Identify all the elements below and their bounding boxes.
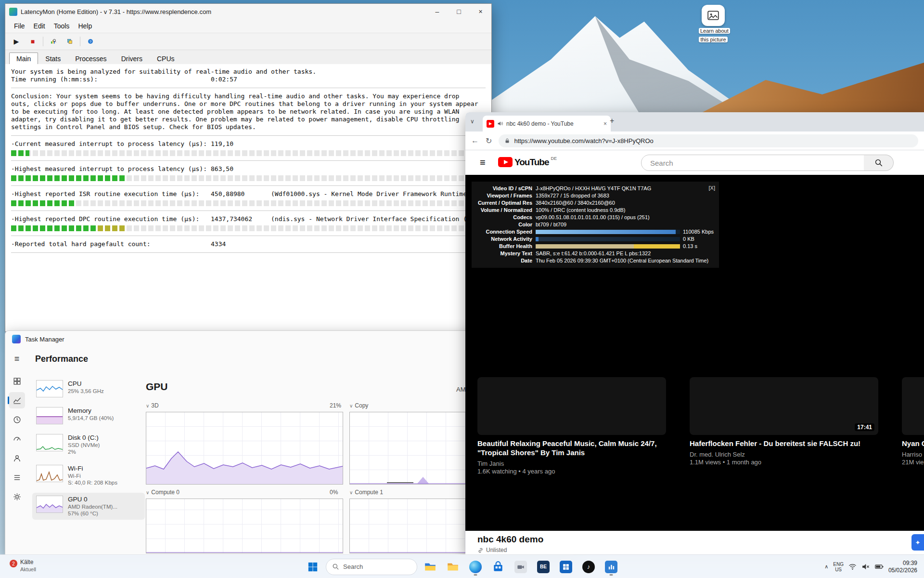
chart-compute1-label[interactable]: ∨Compute 1 [349, 489, 383, 496]
tab-cpus[interactable]: CPUs [150, 53, 182, 65]
video-thumbnail[interactable] [902, 377, 924, 435]
tab-main[interactable]: Main [9, 53, 38, 65]
close-button[interactable]: × [470, 4, 491, 19]
back-button[interactable]: ← [471, 136, 479, 145]
nav-startup-apps-icon[interactable] [9, 431, 25, 447]
analyze-chart-button[interactable] [47, 36, 60, 47]
latencymon-window-title: LatencyMon (Home Edition) - v 7.31 - htt… [21, 8, 426, 15]
video-thumbnail[interactable]: 17:41 [690, 377, 878, 435]
maximize-button[interactable]: □ [448, 4, 470, 19]
taskbar-app-folder[interactable] [443, 557, 462, 577]
help-button[interactable]: ? [84, 36, 97, 47]
separator [11, 236, 486, 236]
suggested-video-card[interactable]: Nyan C Harriso 21M vie [902, 377, 924, 466]
learn-about-picture-widget[interactable]: Learn about this picture [699, 5, 728, 43]
taskbar-app-edge[interactable] [466, 557, 485, 577]
refresh-button[interactable]: ↻ [486, 136, 492, 145]
nav-app-history-icon[interactable] [9, 411, 25, 428]
new-tab-button[interactable]: + [610, 117, 614, 125]
taskbar-app-music[interactable]: ♪ [579, 557, 598, 577]
taskbar-app-be[interactable]: BE [534, 557, 553, 577]
video-info-section: nbc 4k60 demo Unlisted [465, 531, 924, 554]
tray-overflow-icon[interactable]: ∧ [824, 564, 828, 570]
latencymon-menubar: File Edit Tools Help [5, 19, 491, 33]
menu-file[interactable]: File [10, 21, 29, 31]
taskbar-app-camera[interactable] [511, 557, 530, 577]
tab-processes[interactable]: Processes [68, 53, 114, 65]
metric-pagefault-count: ·Reported total hard pagefault count: 43… [11, 240, 486, 248]
youtube-search-box[interactable] [641, 155, 864, 171]
suggested-video-card[interactable]: 17:41 Haferflocken Fehler - Du bereitest… [690, 377, 878, 466]
start-button[interactable] [303, 557, 322, 577]
language-indicator[interactable]: ENG US [833, 562, 844, 572]
nav-services-icon[interactable] [9, 488, 25, 505]
taskbar-app-store[interactable] [488, 557, 508, 577]
menu-tools[interactable]: Tools [50, 21, 74, 31]
chart-copy-label[interactable]: ∨Copy [349, 402, 368, 409]
tab-close-icon[interactable]: × [603, 120, 607, 127]
tab-stats[interactable]: Stats [38, 53, 68, 65]
nav-processes-icon[interactable] [9, 373, 25, 389]
browser-tab-active[interactable]: ▶ nbc 4k60 demo - YouTube × [483, 116, 611, 131]
lock-icon [504, 138, 510, 144]
taskbar-app-grid[interactable] [556, 557, 576, 577]
stats-close-button[interactable]: [X] [709, 184, 715, 192]
sidebar-item-wifi[interactable]: Wi-FiWi-FiS: 40,0 R: 208 Kbps [32, 462, 145, 489]
menu-help[interactable]: Help [74, 21, 96, 31]
address-bar[interactable]: https://www.youtube.com/watch?v=J-x8HPyQ… [499, 134, 918, 147]
nav-performance-icon[interactable] [9, 392, 25, 408]
hamburger-icon[interactable]: ≡ [14, 354, 20, 364]
metric-value: 1437,734062 [211, 215, 252, 223]
picture-info-icon[interactable] [702, 5, 725, 26]
youtube-search-input[interactable] [649, 158, 844, 168]
metric-label: ·Highest reported ISR routine execution … [11, 190, 199, 197]
latencymon-titlebar[interactable]: LatencyMon (Home Edition) - v 7.31 - htt… [5, 4, 491, 19]
sidebar-item-disk[interactable]: Disk 0 (C:)SSD (NVMe)2% [32, 431, 145, 458]
taskbar-app-file-explorer[interactable] [421, 557, 440, 577]
page-title: Performance [35, 354, 88, 364]
taskbar-search-box[interactable]: Search [326, 559, 417, 575]
video-thumbnail[interactable] [477, 377, 666, 435]
youtube-menu-icon[interactable]: ≡ [480, 157, 486, 168]
time-running-label: Time running (h:mm:ss): [11, 76, 98, 83]
folder-icon [447, 561, 459, 573]
nav-details-icon[interactable] [9, 469, 25, 486]
sidebar-item-gpu[interactable]: GPU 0AMD Radeon(TM)...57% (60 °C) [32, 493, 145, 520]
visibility-badge: Unlisted [477, 547, 507, 553]
widgets-weather-button[interactable]: 2 Kälte Aktuell [7, 558, 39, 574]
tab-search-icon[interactable]: ∨ [470, 118, 475, 125]
clock-date: 05/02/2026 [888, 567, 917, 574]
gpu-compute0-chart [146, 499, 343, 553]
volume-muted-icon[interactable] [861, 563, 870, 571]
time-running-value: 0:02:57 [211, 76, 237, 83]
tab-drivers[interactable]: Drivers [114, 53, 150, 65]
browser-floating-widget[interactable]: ✦ [911, 534, 924, 551]
play-button[interactable]: ▶ [10, 36, 23, 47]
led-meter [11, 150, 467, 156]
menu-edit[interactable]: Edit [30, 21, 49, 31]
stop-button[interactable]: ■ [26, 36, 39, 47]
wifi-icon[interactable] [848, 563, 857, 571]
metric-value: 119,10 [211, 140, 233, 148]
suggested-video-card[interactable]: Beautiful Relaxing Peaceful Music, Calm … [477, 377, 666, 475]
sidebar-item-cpu[interactable]: CPU25% 3,56 GHz [32, 377, 145, 400]
separator [11, 135, 486, 136]
toolbar-separator [80, 37, 80, 46]
minimize-button[interactable]: – [426, 4, 448, 19]
youtube-logo[interactable]: YouTube DE [498, 157, 557, 168]
url-text: https://www.youtube.com/watch?v=J-x8HPyQ… [514, 137, 653, 144]
youtube-search-button[interactable] [864, 155, 894, 171]
nav-users-icon[interactable] [9, 450, 25, 466]
led-meter [11, 175, 467, 181]
stats-row: Volume / Normalized100% / DRC (content l… [475, 207, 715, 214]
taskbar-app-latencymon[interactable] [602, 557, 621, 577]
video-player[interactable]: [X] Video ID / sCPNJ-x8HPyQROo / HXXH HA… [465, 175, 924, 531]
chart-compute0-label[interactable]: ∨Compute 0 [146, 489, 180, 496]
tab-audio-icon[interactable] [497, 120, 503, 127]
sidebar-item-memory[interactable]: Memory5,9/14,7 GB (40%) [32, 404, 145, 427]
chart-compute0-percent: 0% [330, 489, 338, 496]
battery-icon[interactable] [874, 563, 884, 571]
taskbar-clock[interactable]: 09:39 05/02/2026 [888, 560, 917, 574]
windows-stack-button[interactable] [64, 36, 76, 47]
chart-3d-label[interactable]: ∨3D [146, 402, 159, 409]
